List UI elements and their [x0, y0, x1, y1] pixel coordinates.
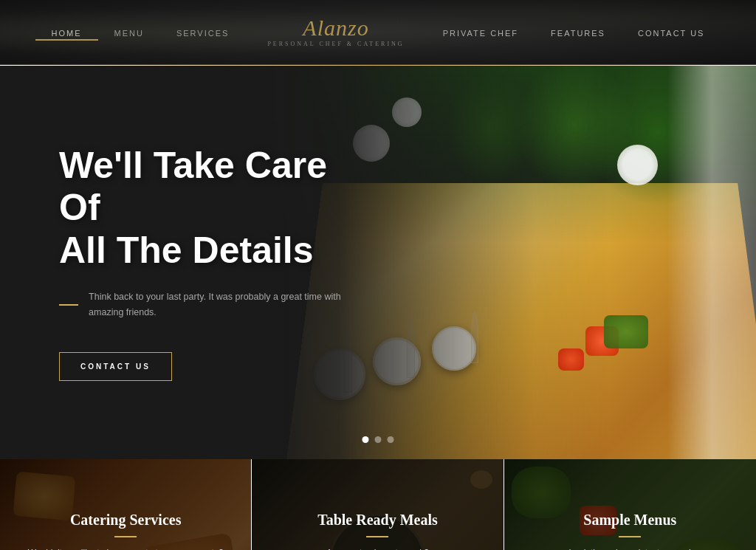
nav-link-contact[interactable]: Contact Us	[622, 29, 721, 38]
card-catering[interactable]: Catering Services Wouldn't you like to b…	[0, 459, 252, 550]
card-2-title: Table Ready Meals	[317, 512, 438, 529]
card-3-title: Sample Menus	[569, 512, 691, 529]
hero-title: We'll Take Care Of All The Details	[59, 145, 369, 272]
navbar: Home Menu Services Alanzo Personal Chef …	[0, 0, 756, 65]
nav-item-private-chef[interactable]: Private Chef	[427, 26, 535, 39]
cards-section: Catering Services Wouldn't you like to b…	[0, 459, 756, 550]
nav-item-menu[interactable]: Menu	[98, 26, 160, 39]
card-1-content: Catering Services Wouldn't you like to b…	[28, 512, 224, 550]
nav-item-home[interactable]: Home	[35, 26, 98, 39]
logo-subtitle: Personal Chef & Catering	[267, 41, 404, 47]
dot-2[interactable]	[375, 436, 382, 443]
card-table-meals[interactable]: Table Ready Meals Are you too busy to co…	[252, 459, 504, 550]
nav-right: Private Chef Features Contact Us	[427, 26, 721, 39]
hero-content: We'll Take Care Of All The Details Think…	[59, 145, 369, 381]
card-3-content: Sample Menus Look through our latest men…	[569, 512, 691, 550]
logo-script: Alanzo	[267, 17, 404, 39]
card-sample-menus[interactable]: Sample Menus Look through our latest men…	[504, 459, 756, 550]
divider-line	[59, 304, 78, 306]
dot-1[interactable]	[362, 436, 369, 443]
card-2-content: Table Ready Meals Are you too busy to co…	[317, 512, 438, 550]
nav-links-right: Private Chef Features Contact Us	[427, 26, 721, 39]
dot-3[interactable]	[388, 436, 394, 443]
hero-divider: Think back to your last party. It was pr…	[59, 289, 369, 321]
card-1-divider	[114, 536, 137, 537]
nav-links-left: Home Menu Services	[35, 26, 246, 39]
card-1-text: Wouldn't you like to be a guest at your …	[28, 546, 224, 550]
nav-item-services[interactable]: Services	[160, 26, 245, 39]
nav-link-home[interactable]: Home	[35, 29, 98, 41]
card-1-title: Catering Services	[28, 512, 224, 529]
hero-subtitle: Think back to your last party. It was pr…	[89, 289, 369, 321]
nav-item-contact[interactable]: Contact Us	[622, 26, 721, 39]
card-2-text: Are you too busy to cook?	[317, 546, 438, 550]
hero-section: We'll Take Care Of All The Details Think…	[0, 66, 756, 459]
nav-link-menu[interactable]: Menu	[98, 29, 160, 38]
card-3-text: Look through our latest menus!	[569, 546, 691, 550]
card-2-divider	[366, 536, 388, 537]
card-3-divider	[619, 536, 641, 537]
nav-item-features[interactable]: Features	[535, 26, 622, 39]
nav-link-services[interactable]: Services	[160, 29, 245, 38]
slider-dots	[362, 436, 394, 443]
logo: Alanzo Personal Chef & Catering	[245, 17, 426, 47]
nav-left: Home Menu Services	[35, 26, 246, 39]
contact-us-button[interactable]: Contact Us	[59, 352, 172, 381]
nav-link-features[interactable]: Features	[535, 29, 622, 38]
nav-link-private-chef[interactable]: Private Chef	[427, 29, 535, 38]
